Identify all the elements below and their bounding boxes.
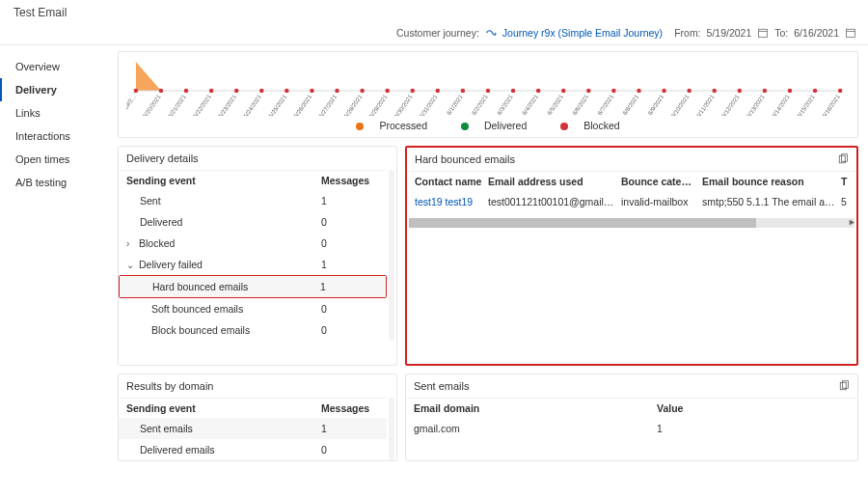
- highlighted-row: Hard bounced emails1: [119, 275, 387, 298]
- export-icon[interactable]: [838, 380, 850, 392]
- to-label: To:: [774, 27, 788, 39]
- hard-bounced-card: Hard bounced emails Contact name Email a…: [405, 146, 858, 366]
- svg-point-48: [662, 89, 666, 94]
- cell-truncated: 5: [841, 196, 849, 207]
- svg-marker-4: [136, 62, 161, 91]
- svg-point-38: [536, 89, 541, 94]
- svg-point-30: [436, 89, 441, 94]
- svg-point-60: [813, 89, 818, 94]
- svg-point-6: [134, 89, 139, 94]
- calendar-icon[interactable]: [757, 27, 769, 39]
- table-row[interactable]: test19 test19test001121t00101@gmail.comi…: [407, 191, 856, 212]
- table-row[interactable]: ›Blocked0: [119, 233, 387, 254]
- table-row[interactable]: Delivered0: [119, 211, 387, 233]
- page-title: Test Email: [0, 0, 868, 25]
- svg-point-20: [310, 89, 314, 94]
- col-contact-name: Contact name: [415, 176, 482, 187]
- legend-dot-processed: [356, 123, 364, 130]
- svg-point-22: [335, 89, 339, 94]
- svg-text:5/29/2021: 5/29/2021: [367, 93, 389, 116]
- cell-reason: smtp;550 5.1.1 The email account that yo…: [702, 196, 835, 207]
- svg-point-42: [586, 89, 591, 94]
- svg-point-46: [637, 89, 641, 94]
- row-label: Delivered emails: [126, 444, 321, 456]
- sidebar-item-a-b-testing[interactable]: A/B testing: [0, 171, 118, 194]
- svg-point-12: [209, 89, 214, 94]
- svg-point-40: [561, 89, 566, 94]
- col-bounce-reason: Email bounce reason: [702, 176, 835, 187]
- sidebar-item-delivery[interactable]: Delivery: [0, 78, 118, 101]
- table-row[interactable]: Sent1: [119, 190, 387, 211]
- table-row[interactable]: Block bounced emails0: [119, 319, 387, 341]
- svg-text:6/1/2021: 6/1/2021: [445, 93, 464, 116]
- sidebar-item-overview[interactable]: Overview: [0, 55, 118, 78]
- from-label: From:: [674, 27, 700, 39]
- svg-rect-2: [847, 29, 855, 37]
- scrollbar-horizontal[interactable]: ◄►: [409, 218, 854, 228]
- svg-text:6/6/2021: 6/6/2021: [571, 93, 590, 116]
- svg-text:6/4/2021: 6/4/2021: [521, 93, 540, 116]
- table-row[interactable]: Soft bounced emails0: [119, 298, 387, 319]
- svg-text:6/7/2021: 6/7/2021: [596, 93, 615, 116]
- svg-point-24: [360, 89, 365, 94]
- svg-point-62: [838, 89, 843, 94]
- customer-journey-link[interactable]: Journey r9x (Simple Email Journey): [502, 27, 663, 39]
- table-row[interactable]: Hard bounced emails1: [120, 276, 386, 297]
- journey-bar: Customer journey: Journey r9x (Simple Em…: [0, 25, 868, 45]
- main-content: 5/19/2...5/20/20215/21/20215/22/20215/23…: [118, 45, 868, 494]
- cell-domain: gmail.com: [414, 423, 657, 434]
- col-sending-event: Sending event: [126, 402, 321, 414]
- table-row[interactable]: Delivered emails0: [119, 439, 387, 460]
- delivery-details-card: Delivery details Sending event Messages …: [118, 146, 397, 366]
- table-row[interactable]: ⌄Delivery failed1: [119, 254, 387, 275]
- table-row[interactable]: Sent emails1: [119, 418, 387, 439]
- calendar-icon[interactable]: [845, 27, 856, 39]
- svg-point-28: [410, 89, 415, 94]
- svg-text:5/28/2021: 5/28/2021: [342, 93, 364, 116]
- col-sending-event: Sending event: [126, 175, 321, 186]
- card-title: Delivery details: [119, 147, 396, 170]
- sidebar: OverviewDeliveryLinksInteractionsOpen ti…: [0, 45, 118, 494]
- legend-dot-blocked: [560, 123, 568, 130]
- row-value: 0: [321, 237, 379, 249]
- table-row[interactable]: gmail.com1: [406, 418, 857, 439]
- chevron-icon: ›: [126, 238, 135, 249]
- svg-rect-0: [759, 29, 768, 37]
- cell-category: invalid-mailbox: [621, 196, 696, 207]
- scrollbar-vertical[interactable]: [387, 170, 396, 341]
- svg-point-36: [511, 89, 516, 94]
- svg-point-58: [788, 89, 793, 94]
- row-value: 1: [321, 259, 379, 270]
- svg-text:6/8/2021: 6/8/2021: [621, 93, 640, 116]
- row-value: 0: [321, 444, 379, 456]
- sidebar-item-interactions[interactable]: Interactions: [0, 124, 118, 148]
- from-date[interactable]: 5/19/2021: [707, 27, 752, 39]
- row-value: 1: [321, 423, 379, 434]
- legend-label: Processed: [379, 120, 427, 131]
- svg-text:5/24/2021: 5/24/2021: [242, 93, 263, 116]
- svg-text:6/10/2021: 6/10/2021: [669, 93, 691, 116]
- cell-email: test001121t00101@gmail.com: [488, 196, 615, 207]
- table-header: Sending event Messages: [119, 398, 387, 418]
- svg-text:6/2/2021: 6/2/2021: [470, 93, 489, 116]
- scrollbar-vertical[interactable]: [387, 398, 396, 460]
- svg-text:6/9/2021: 6/9/2021: [646, 93, 665, 116]
- cell-value: 1: [657, 423, 850, 434]
- contact-link[interactable]: test19 test19: [415, 196, 482, 207]
- export-icon[interactable]: [837, 153, 849, 165]
- sidebar-item-links[interactable]: Links: [0, 101, 118, 124]
- timeline-chart: 5/19/2...5/20/20215/21/20215/22/20215/23…: [126, 56, 850, 116]
- svg-point-8: [159, 89, 164, 94]
- to-date[interactable]: 6/16/2021: [794, 27, 839, 39]
- svg-text:6/12/2021: 6/12/2021: [719, 93, 741, 116]
- svg-point-32: [461, 89, 466, 94]
- row-value: 1: [320, 281, 378, 292]
- svg-text:5/20/2021: 5/20/2021: [141, 93, 162, 116]
- svg-text:6/15/2021: 6/15/2021: [796, 93, 817, 116]
- svg-point-10: [184, 89, 189, 94]
- svg-text:6/13/2021: 6/13/2021: [745, 93, 766, 116]
- svg-point-16: [259, 89, 264, 94]
- sidebar-item-open-times[interactable]: Open times: [0, 148, 118, 171]
- results-by-domain-card: Results by domain Sending event Messages…: [118, 373, 397, 461]
- row-label: Block bounced emails: [126, 324, 250, 336]
